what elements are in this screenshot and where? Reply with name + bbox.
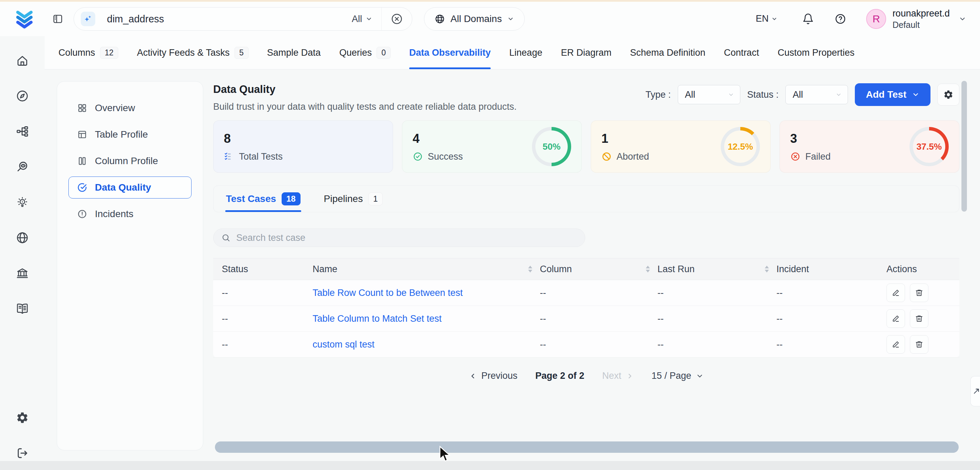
test-cases-count-badge: 18 [282, 192, 301, 206]
language-dropdown[interactable]: EN [756, 13, 778, 24]
chevron-down-icon [366, 16, 372, 22]
tab-contract[interactable]: Contract [724, 36, 759, 69]
page-indicator: Page 2 of 2 [535, 371, 585, 381]
next-page-button[interactable]: Next [602, 371, 634, 381]
add-test-button[interactable]: Add Test [855, 83, 931, 106]
search-clear-button[interactable] [381, 8, 412, 30]
tab-schema-definition[interactable]: Schema Definition [630, 36, 705, 69]
user-name: rounakpreet.d [892, 8, 950, 19]
test-case-link[interactable]: Table Column to Match Set test [313, 314, 442, 324]
success-percent: 50% [542, 142, 560, 152]
sidebar-toggle-icon[interactable] [52, 13, 63, 24]
notifications-bell-icon[interactable] [802, 13, 814, 25]
tab-label: Sample Data [267, 48, 321, 58]
trash-icon [915, 314, 923, 323]
global-search-bar[interactable]: dim_address All [73, 7, 412, 30]
user-avatar[interactable]: R [866, 9, 886, 29]
table-row: -- Table Column to Match Set test -- -- … [213, 306, 959, 332]
search-icon [221, 233, 231, 242]
help-icon[interactable] [835, 13, 846, 25]
column-header-name: Name [302, 264, 539, 274]
delete-button[interactable] [910, 284, 928, 302]
horizontal-scrollbar-thumb[interactable] [215, 441, 959, 453]
previous-page-button[interactable]: Previous [469, 371, 517, 381]
check-circle-icon [77, 182, 88, 193]
avatar-initial: R [873, 13, 880, 25]
tab-test-cases[interactable]: Test Cases 18 [226, 186, 301, 212]
tab-pipelines[interactable]: Pipelines 1 [324, 186, 383, 212]
discovery-search-eye-icon[interactable] [16, 160, 29, 174]
delete-button[interactable] [910, 309, 928, 328]
observability-side-panel: Overview Table Profile Column Profile [57, 81, 203, 450]
chevron-down-icon[interactable] [959, 15, 966, 23]
test-case-link[interactable]: custom sql test [313, 339, 374, 350]
tab-sample-data[interactable]: Sample Data [267, 36, 321, 69]
glossary-book-icon[interactable] [16, 302, 29, 315]
openmetadata-logo-icon[interactable] [14, 8, 35, 30]
tab-count-badge: 12 [100, 47, 119, 59]
home-icon[interactable] [16, 54, 29, 67]
failed-value: 3 [790, 131, 831, 146]
settings-gear-icon[interactable] [16, 411, 29, 424]
lineage-flow-icon[interactable] [16, 125, 29, 138]
tab-activity-feeds[interactable]: Activity Feeds & Tasks5 [137, 36, 248, 69]
tab-label: Data Observability [409, 48, 491, 58]
globe-icon [434, 14, 445, 24]
edit-button[interactable] [886, 309, 905, 328]
page-header-text: Data Quality Build trust in your data wi… [213, 83, 517, 112]
search-input[interactable] [236, 233, 578, 243]
summary-cards: 8 Total Tests 4 [213, 120, 959, 173]
edge-floating-button[interactable] [970, 376, 980, 406]
left-nav-rail [0, 36, 45, 470]
sort-control[interactable] [528, 266, 532, 272]
search-scope-dropdown[interactable]: All [343, 8, 381, 30]
column-header-label: Last Run [657, 264, 695, 274]
edit-button[interactable] [886, 335, 905, 354]
table-settings-button[interactable] [937, 84, 959, 106]
panel-item-incidents[interactable]: Incidents [68, 203, 191, 225]
x-circle-icon [790, 151, 800, 162]
tab-er-diagram[interactable]: ER Diagram [561, 36, 611, 69]
vertical-scrollbar-thumb[interactable] [961, 81, 967, 212]
page-size-dropdown[interactable]: 15 / Page [652, 371, 704, 381]
explore-compass-icon[interactable] [16, 89, 29, 102]
grid-icon [77, 103, 88, 113]
panel-item-label: Table Profile [95, 129, 148, 140]
panel-item-data-quality[interactable]: Data Quality [68, 177, 191, 199]
tab-lineage[interactable]: Lineage [509, 36, 542, 69]
type-filter-select[interactable]: All [678, 85, 740, 104]
test-case-search[interactable] [213, 228, 585, 247]
domains-globe-icon[interactable] [16, 231, 29, 244]
tab-queries[interactable]: Queries0 [339, 36, 391, 69]
panel-item-overview[interactable]: Overview [68, 97, 191, 119]
sort-control[interactable] [646, 266, 650, 272]
cell-column: -- [539, 339, 657, 350]
status-filter-select[interactable]: All [785, 85, 848, 104]
search-query-text[interactable]: dim_address [107, 13, 343, 25]
panel-item-table-profile[interactable]: Table Profile [68, 124, 191, 145]
tab-custom-properties[interactable]: Custom Properties [778, 36, 854, 69]
previous-label: Previous [481, 371, 517, 381]
domains-filter-button[interactable]: All Domains [424, 7, 525, 30]
tab-label: Queries [339, 48, 372, 58]
tab-data-observability[interactable]: Data Observability [409, 36, 491, 69]
tab-columns[interactable]: Columns12 [59, 36, 118, 69]
sort-control[interactable] [765, 266, 769, 272]
insights-lightbulb-icon[interactable] [16, 196, 29, 209]
panel-item-column-profile[interactable]: Column Profile [68, 150, 191, 172]
resize-expand-icon [973, 386, 980, 397]
user-menu[interactable]: rounakpreet.d Default [892, 8, 950, 30]
alert-circle-icon [77, 209, 88, 219]
panel-item-label: Overview [95, 102, 135, 113]
ban-icon [601, 151, 612, 162]
chevron-down-icon [507, 16, 514, 22]
chevron-right-icon [626, 372, 634, 380]
tab-count-badge: 5 [234, 47, 248, 59]
governance-bank-icon[interactable] [16, 267, 29, 280]
cell-last-run: -- [657, 314, 776, 324]
logout-icon[interactable] [16, 447, 29, 460]
edit-button[interactable] [886, 284, 905, 302]
delete-button[interactable] [910, 335, 928, 354]
type-filter-value: All [685, 89, 695, 100]
test-case-link[interactable]: Table Row Count to be Between test [313, 288, 463, 298]
